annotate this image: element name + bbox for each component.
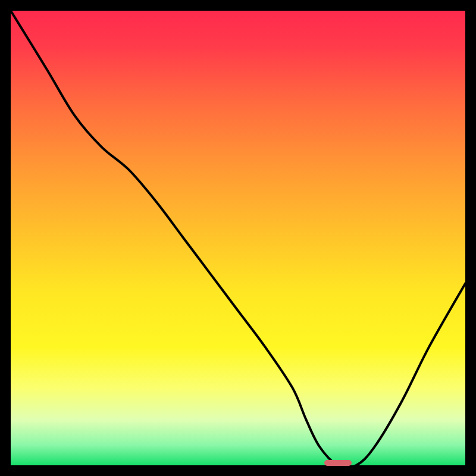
bottleneck-curve (11, 11, 465, 465)
chart-frame: TheBottleneck.com (11, 11, 465, 465)
optimal-point-marker (324, 460, 352, 465)
